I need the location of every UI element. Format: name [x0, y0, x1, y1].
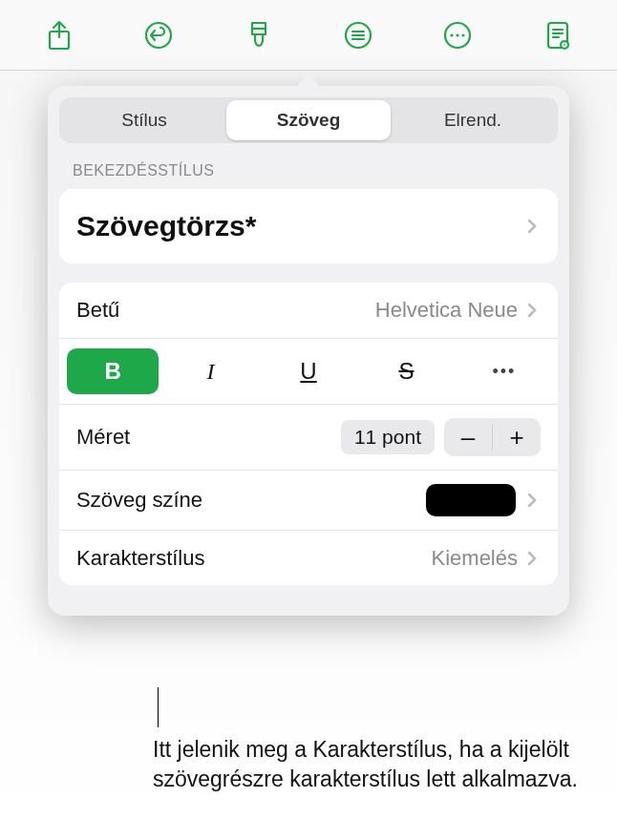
svg-point-5: [457, 33, 459, 36]
reader-icon[interactable]: [535, 12, 581, 58]
text-options-card: Betű Helvetica Neue B I U S ••• Méret 11…: [59, 283, 558, 585]
text-color-swatch[interactable]: [426, 484, 516, 516]
callout-leader-line: [158, 687, 159, 727]
chevron-right-icon: [527, 303, 541, 318]
section-paragraph-style: BEKEZDÉSSTÍLUS: [73, 162, 544, 179]
size-stepper: – +: [444, 418, 541, 456]
more-icon[interactable]: [435, 12, 480, 58]
chevron-right-icon: [527, 551, 541, 566]
size-label: Méret: [76, 425, 341, 450]
character-style-value: Kiemelés: [432, 546, 518, 571]
svg-point-10: [564, 44, 565, 46]
chevron-right-icon: [527, 493, 541, 508]
tab-arrange[interactable]: Elrend.: [391, 100, 555, 140]
list-icon[interactable]: [335, 12, 381, 58]
callout-text: Itt jelenik meg a Karakterstílus, ha a k…: [153, 735, 579, 794]
more-format-button[interactable]: •••: [458, 348, 550, 394]
chevron-right-icon: [527, 219, 541, 234]
svg-point-4: [451, 33, 454, 36]
underline-button[interactable]: U: [263, 348, 354, 394]
undo-icon[interactable]: [136, 12, 181, 58]
size-decrease-button[interactable]: –: [444, 418, 492, 456]
font-row[interactable]: Betű Helvetica Neue: [59, 283, 558, 338]
tab-style[interactable]: Stílus: [62, 100, 226, 140]
character-style-row[interactable]: Karakterstílus Kiemelés: [59, 530, 558, 585]
format-buttons-row: B I U S •••: [59, 338, 558, 404]
text-color-label: Szöveg színe: [76, 488, 426, 513]
size-value[interactable]: 11 pont: [341, 420, 435, 454]
text-color-row[interactable]: Szöveg színe: [59, 470, 558, 530]
svg-point-6: [462, 33, 465, 36]
app-toolbar: [0, 0, 617, 71]
strikethrough-button[interactable]: S: [360, 348, 452, 394]
paragraph-style-value: Szövegtörzs*: [76, 210, 527, 242]
size-increase-button[interactable]: +: [493, 418, 541, 456]
paragraph-style-row[interactable]: Szövegtörzs*: [59, 189, 558, 263]
tab-text[interactable]: Szöveg: [226, 100, 391, 140]
share-icon[interactable]: [36, 12, 82, 58]
brush-icon[interactable]: [236, 12, 282, 58]
format-popover: Stílus Szöveg Elrend. BEKEZDÉSSTÍLUS Szö…: [48, 86, 569, 616]
font-label: Betű: [76, 298, 375, 323]
paragraph-style-card: Szövegtörzs*: [59, 189, 558, 263]
bold-button[interactable]: B: [67, 348, 159, 394]
italic-button[interactable]: I: [164, 348, 256, 394]
format-tabs: Stílus Szöveg Elrend.: [59, 97, 558, 143]
size-row: Méret 11 pont – +: [59, 404, 558, 470]
character-style-label: Karakterstílus: [76, 546, 432, 571]
font-value: Helvetica Neue: [375, 298, 518, 323]
